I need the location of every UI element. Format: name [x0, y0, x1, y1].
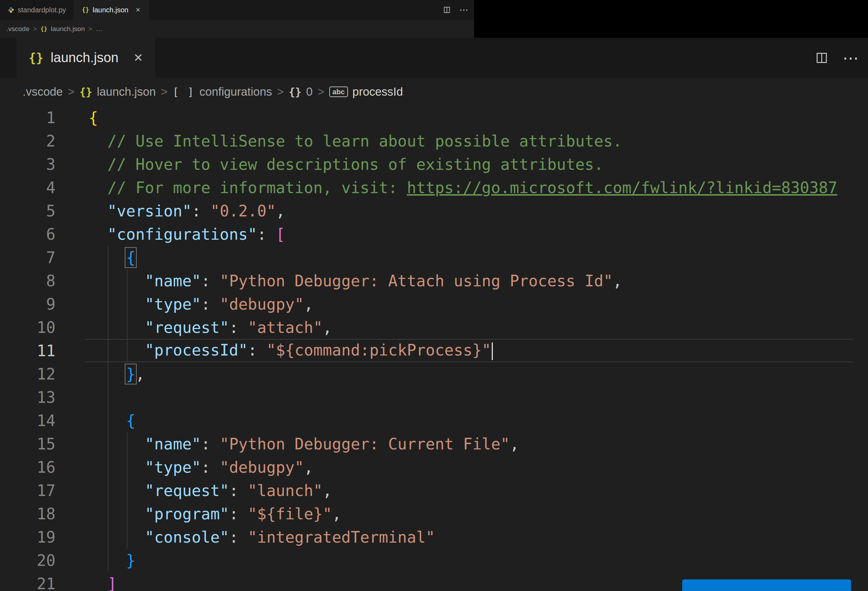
more-actions-icon[interactable]: ⋯: [843, 50, 859, 66]
chevron-right-icon: >: [33, 25, 37, 33]
code-line[interactable]: 19 "console": "integratedTerminal": [0, 525, 868, 549]
line-number[interactable]: 15: [0, 435, 56, 453]
tab-label: launch.json: [93, 6, 128, 14]
code-line[interactable]: 17 "request": "launch",: [0, 479, 868, 502]
tab-label: launch.json: [50, 50, 118, 65]
empty-screen-region: [474, 0, 868, 38]
code-text: "request": "launch",: [56, 482, 332, 500]
code-text: "configurations": [: [56, 225, 285, 243]
editor-actions: ⋯: [815, 38, 859, 78]
line-number[interactable]: 19: [0, 528, 56, 546]
breadcrumb-mini: .vscode > {} launch.json > …: [0, 20, 474, 38]
tab-standardplot-py[interactable]: standardplot.py: [0, 0, 74, 20]
json-braces-icon: {}: [41, 25, 47, 32]
array-symbol-icon: [ ]: [173, 86, 195, 98]
line-number[interactable]: 4: [0, 178, 56, 197]
json-braces-icon: {}: [29, 51, 43, 65]
python-icon: [8, 7, 14, 13]
split-editor-icon[interactable]: [443, 6, 451, 14]
code-text: // Use IntelliSense to learn about possi…: [56, 132, 622, 150]
code-text: // For more information, visit: https://…: [56, 178, 837, 197]
json-braces-icon: {}: [82, 6, 89, 13]
code-line[interactable]: 1{: [0, 106, 868, 129]
json-braces-icon: {}: [80, 86, 92, 98]
line-number[interactable]: 13: [0, 388, 56, 406]
code-text: "type": "debugpy",: [56, 458, 313, 476]
close-icon[interactable]: ✕: [133, 51, 143, 65]
line-number[interactable]: 10: [0, 318, 56, 336]
chevron-right-icon: >: [161, 85, 167, 99]
line-number[interactable]: 16: [0, 458, 56, 476]
line-number[interactable]: 18: [0, 505, 56, 523]
code-text: "console": "integratedTerminal": [56, 528, 435, 546]
code-line[interactable]: 9 "type": "debugpy",: [0, 292, 868, 315]
line-number[interactable]: 5: [0, 202, 56, 220]
line-number[interactable]: 8: [0, 272, 56, 290]
add-configuration-button[interactable]: [682, 579, 851, 591]
code-text: "name": "Python Debugger: Attach using P…: [56, 272, 622, 290]
line-number[interactable]: 20: [0, 551, 56, 569]
breadcrumb-folder[interactable]: .vscode: [6, 25, 30, 33]
code-editor[interactable]: 1{2 // Use IntelliSense to learn about p…: [0, 106, 868, 591]
code-line[interactable]: 15 "name": "Python Debugger: Current Fil…: [0, 432, 868, 455]
line-number[interactable]: 17: [0, 482, 56, 500]
breadcrumb-index[interactable]: {} 0: [289, 85, 312, 99]
line-number[interactable]: 21: [0, 575, 56, 591]
code-line[interactable]: 4 // For more information, visit: https:…: [0, 176, 868, 199]
code-line[interactable]: 12 },: [0, 362, 868, 386]
breadcrumb-file[interactable]: {} launch.json: [80, 85, 156, 99]
chevron-right-icon: >: [317, 85, 324, 99]
line-number[interactable]: 12: [0, 365, 56, 383]
code-line[interactable]: 13: [0, 386, 868, 409]
code-text: ]: [56, 575, 117, 591]
code-line[interactable]: 8 "name": "Python Debugger: Attach using…: [0, 269, 868, 292]
editor-actions-mini: ⋯: [443, 0, 474, 20]
code-line[interactable]: 18 "program": "${file}",: [0, 502, 868, 525]
line-number[interactable]: 9: [0, 295, 56, 313]
code-line[interactable]: 5 "version": "0.2.0",: [0, 199, 868, 223]
breadcrumb-file[interactable]: launch.json: [51, 25, 85, 33]
code-line[interactable]: 7 {: [0, 246, 868, 269]
breadcrumb-symbol[interactable]: abc processId: [329, 85, 403, 99]
line-number[interactable]: 1: [0, 109, 56, 127]
more-actions-icon[interactable]: ⋯: [459, 5, 468, 15]
breadcrumb: .vscode > {} launch.json > [ ] configura…: [0, 78, 868, 106]
code-line[interactable]: 16 "type": "debugpy",: [0, 455, 868, 479]
code-text: {: [56, 412, 135, 430]
code-text: },: [56, 365, 145, 383]
string-symbol-icon: abc: [329, 87, 348, 97]
chevron-right-icon: >: [88, 25, 92, 33]
breadcrumb-folder[interactable]: .vscode: [23, 85, 63, 99]
code-text: "version": "0.2.0",: [56, 202, 285, 220]
code-line[interactable]: 11 "processId": "${command:pickProcess}": [0, 339, 868, 362]
code-line[interactable]: 20 }: [0, 549, 868, 572]
chevron-right-icon: >: [68, 85, 75, 99]
line-number[interactable]: 11: [0, 342, 56, 360]
line-number[interactable]: 2: [0, 132, 56, 150]
mini-tab-bar: standardplot.py {} launch.json ✕ ⋯: [0, 0, 474, 20]
text-cursor: [492, 342, 493, 360]
breadcrumb-configurations[interactable]: [ ] configurations: [173, 85, 272, 99]
code-text: "program": "${file}",: [56, 505, 341, 523]
code-lines: 1{2 // Use IntelliSense to learn about p…: [0, 106, 868, 591]
line-number[interactable]: 3: [0, 155, 56, 173]
line-number[interactable]: 7: [0, 249, 56, 267]
editor-tab-launch-json[interactable]: {} launch.json ✕: [16, 38, 155, 78]
line-number[interactable]: 14: [0, 412, 56, 430]
code-line[interactable]: 2 // Use IntelliSense to learn about pos…: [0, 129, 868, 153]
object-symbol-icon: {}: [289, 86, 301, 98]
code-text: "processId": "${command:pickProcess}": [56, 341, 493, 360]
code-text: // Hover to view descriptions of existin…: [56, 155, 604, 173]
code-text: "name": "Python Debugger: Current File",: [56, 435, 519, 453]
code-line[interactable]: 6 "configurations": [: [0, 223, 868, 246]
code-line[interactable]: 3 // Hover to view descriptions of exist…: [0, 153, 868, 176]
code-text: "request": "attach",: [56, 318, 332, 336]
tab-launch-json-mini[interactable]: {} launch.json ✕: [74, 0, 149, 20]
close-icon[interactable]: ✕: [135, 6, 140, 14]
breadcrumb-more[interactable]: …: [96, 25, 102, 33]
code-text: }: [56, 551, 135, 569]
line-number[interactable]: 6: [0, 225, 56, 243]
split-editor-icon[interactable]: [815, 51, 828, 65]
code-line[interactable]: 10 "request": "attach",: [0, 315, 868, 339]
code-line[interactable]: 14 {: [0, 409, 868, 432]
